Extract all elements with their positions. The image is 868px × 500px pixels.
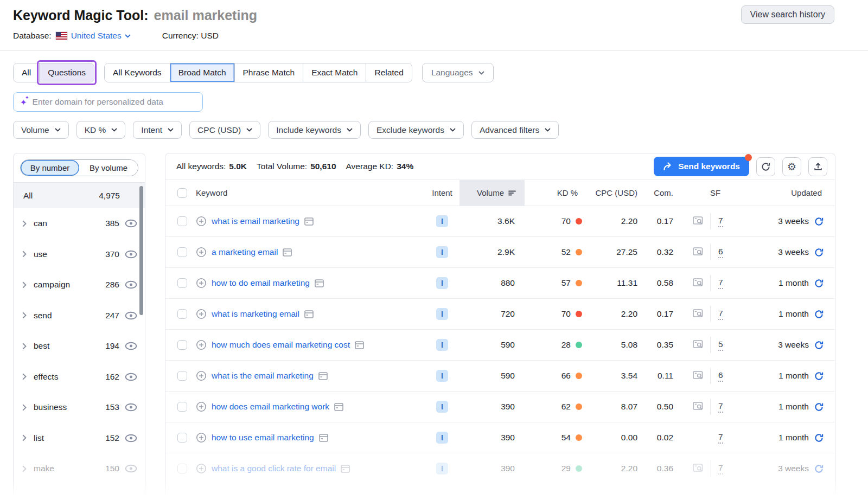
sidebar-item-campaign[interactable]: campaign 286 (14, 270, 145, 300)
chevron-right-icon[interactable] (22, 465, 27, 472)
refresh-metrics-icon[interactable] (814, 309, 824, 319)
row-checkbox[interactable] (177, 402, 187, 412)
eye-icon[interactable] (125, 250, 137, 259)
send-keywords-button[interactable]: Send keywords (654, 157, 749, 176)
serp-features-icon[interactable] (341, 465, 350, 473)
add-keyword-icon[interactable] (196, 247, 207, 258)
refresh-button[interactable] (756, 157, 775, 176)
tab-related[interactable]: Related (366, 63, 411, 82)
gear-button[interactable]: ⚙ (782, 157, 801, 176)
sf-value[interactable]: 7 (718, 463, 723, 475)
intent-badge[interactable]: I (436, 277, 448, 289)
refresh-metrics-icon[interactable] (814, 464, 824, 474)
eye-icon[interactable] (125, 434, 137, 443)
row-checkbox[interactable] (177, 247, 187, 257)
select-all-checkbox[interactable] (177, 188, 187, 198)
intent-badge[interactable]: I (436, 370, 448, 382)
sidebar-item-list[interactable]: list 152 (14, 423, 145, 454)
sf-value[interactable]: 5 (718, 339, 723, 351)
chevron-right-icon[interactable] (22, 220, 27, 227)
column-header-intent[interactable]: Intent (425, 188, 459, 197)
languages-dropdown[interactable]: Languages (422, 63, 494, 82)
add-keyword-icon[interactable] (196, 339, 207, 350)
column-header-com[interactable]: Com. (646, 188, 686, 197)
sf-value[interactable]: 6 (718, 370, 723, 382)
add-keyword-icon[interactable] (196, 463, 207, 474)
serp-preview-icon[interactable] (693, 340, 704, 350)
serp-features-icon[interactable] (315, 279, 324, 287)
sf-value[interactable]: 7 (718, 432, 723, 444)
refresh-metrics-icon[interactable] (814, 216, 824, 227)
eye-icon[interactable] (125, 373, 137, 381)
serp-features-icon[interactable] (283, 248, 292, 257)
column-header-kd[interactable]: KD % (525, 188, 585, 197)
intent-badge[interactable]: I (436, 401, 448, 413)
filter-volume[interactable]: Volume (13, 121, 69, 139)
by-number-toggle[interactable]: By number (21, 160, 79, 176)
sf-value[interactable]: 7 (718, 309, 723, 320)
row-checkbox[interactable] (177, 464, 187, 473)
sidebar-scrollbar[interactable] (139, 186, 143, 315)
keyword-link[interactable]: what is the email marketing (212, 371, 314, 381)
add-keyword-icon[interactable] (196, 309, 207, 319)
row-checkbox[interactable] (177, 216, 187, 226)
tab-phrase-match[interactable]: Phrase Match (235, 63, 304, 82)
filter-include-keywords[interactable]: Include keywords (268, 121, 361, 139)
sf-value[interactable]: 7 (718, 278, 723, 289)
keyword-link[interactable]: what is marketing email (212, 309, 299, 319)
eye-icon[interactable] (125, 280, 137, 289)
row-checkbox[interactable] (177, 309, 187, 319)
keyword-link[interactable]: how to do email marketing (212, 278, 310, 288)
sf-value[interactable]: 6 (718, 247, 723, 258)
serp-preview-icon[interactable] (693, 309, 704, 319)
serp-features-icon[interactable] (318, 372, 328, 380)
add-keyword-icon[interactable] (196, 370, 207, 381)
filter-intent[interactable]: Intent (133, 121, 182, 139)
serp-features-icon[interactable] (334, 403, 343, 411)
chevron-right-icon[interactable] (22, 251, 27, 258)
keyword-link[interactable]: how much does email marketing cost (212, 340, 350, 350)
intent-badge[interactable]: I (436, 246, 448, 258)
view-search-history-button[interactable]: View search history (741, 5, 834, 24)
intent-badge[interactable]: I (436, 308, 448, 320)
chevron-right-icon[interactable] (22, 281, 27, 289)
export-button[interactable] (808, 157, 827, 176)
refresh-metrics-icon[interactable] (814, 402, 824, 412)
add-keyword-icon[interactable] (196, 432, 207, 443)
serp-features-icon[interactable] (304, 310, 314, 318)
tab-questions[interactable]: Questions (40, 63, 94, 82)
intent-badge[interactable]: I (436, 463, 448, 475)
tab-broad-match[interactable]: Broad Match (170, 63, 235, 82)
serp-features-icon[interactable] (355, 341, 364, 349)
filter-exclude-keywords[interactable]: Exclude keywords (368, 121, 464, 139)
intent-badge[interactable]: I (436, 339, 448, 351)
refresh-metrics-icon[interactable] (814, 433, 824, 443)
eye-icon[interactable] (125, 403, 137, 412)
eye-icon[interactable] (125, 219, 137, 228)
chevron-right-icon[interactable] (22, 373, 27, 380)
serp-preview-icon[interactable] (693, 278, 704, 288)
sidebar-item-all[interactable]: All 4,975 (14, 183, 145, 208)
serp-preview-icon[interactable] (693, 402, 704, 412)
filter-advanced-filters[interactable]: Advanced filters (471, 121, 559, 139)
refresh-metrics-icon[interactable] (814, 278, 824, 289)
serp-features-icon[interactable] (319, 434, 328, 442)
serp-preview-icon[interactable] (693, 371, 704, 381)
refresh-metrics-icon[interactable] (814, 340, 824, 350)
serp-features-icon[interactable] (304, 217, 314, 226)
keyword-link[interactable]: what is a good click rate for email (212, 464, 336, 473)
add-keyword-icon[interactable] (196, 278, 207, 289)
eye-icon[interactable] (125, 311, 137, 320)
sidebar-item-best[interactable]: best 194 (14, 331, 145, 362)
domain-input[interactable]: ✦✦ Enter domain for personalized data (13, 92, 203, 112)
row-checkbox[interactable] (177, 278, 187, 288)
sidebar-item-use[interactable]: use 370 (14, 239, 145, 270)
chevron-right-icon[interactable] (22, 312, 27, 319)
serp-preview-icon[interactable] (693, 247, 704, 257)
sidebar-item-send[interactable]: send 247 (14, 300, 145, 331)
refresh-metrics-icon[interactable] (814, 247, 824, 258)
tab-all-keywords[interactable]: All Keywords (105, 63, 170, 82)
intent-badge[interactable]: I (436, 215, 448, 227)
column-header-cpc[interactable]: CPC (USD) (585, 188, 646, 197)
column-header-keyword[interactable]: Keyword (196, 188, 425, 197)
